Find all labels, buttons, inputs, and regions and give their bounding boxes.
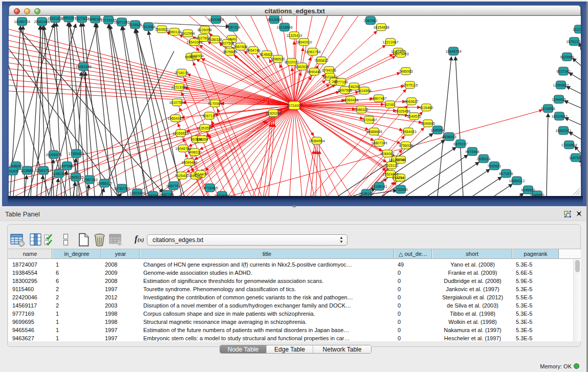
svg-text:1414479: 1414479: [193, 172, 207, 176]
svg-text:9327508: 9327508: [220, 41, 234, 45]
svg-text:10648784: 10648784: [445, 50, 461, 53]
svg-text:8454749: 8454749: [246, 49, 260, 52]
svg-text:8938923: 8938923: [442, 135, 456, 139]
svg-text:1621022: 1621022: [323, 75, 337, 79]
svg-text:16210643: 16210643: [551, 115, 567, 118]
svg-text:9214: 9214: [396, 176, 404, 180]
svg-text:98746: 98746: [396, 158, 406, 162]
svg-text:746266: 746266: [348, 85, 360, 89]
svg-text:6497568: 6497568: [338, 89, 352, 92]
svg-text:18099489: 18099489: [181, 161, 197, 164]
svg-text:7357224: 7357224: [226, 26, 240, 29]
svg-text:7955812: 7955812: [314, 59, 328, 62]
svg-text:9115460: 9115460: [420, 106, 433, 110]
svg-text:11325419: 11325419: [287, 34, 302, 37]
svg-text:15720407: 15720407: [361, 118, 377, 122]
svg-text:25053346: 25053346: [75, 65, 91, 69]
svg-text:18724007: 18724007: [286, 104, 302, 107]
svg-text:9756928: 9756928: [399, 144, 412, 147]
svg-text:9227342: 9227342: [556, 70, 570, 73]
svg-text:9777169: 9777169: [334, 80, 347, 84]
svg-text:16782759: 16782759: [114, 187, 129, 190]
svg-text:15716486: 15716486: [214, 194, 230, 196]
svg-text:8990448: 8990448: [307, 70, 321, 74]
svg-text:12213967: 12213967: [382, 40, 398, 44]
svg-text:20206576: 20206576: [46, 153, 61, 157]
svg-text:3624554: 3624554: [357, 89, 371, 93]
svg-text:1527602: 1527602: [75, 17, 89, 20]
svg-text:7485063: 7485063: [399, 70, 412, 73]
svg-text:15751074: 15751074: [566, 40, 581, 43]
svg-text:19218506: 19218506: [276, 26, 292, 29]
svg-text:16033809: 16033809: [208, 18, 224, 21]
svg-text:2087682: 2087682: [363, 19, 377, 23]
svg-text:8186328: 8186328: [208, 38, 222, 41]
svg-text:1115681: 1115681: [20, 169, 34, 172]
svg-text:19654935: 19654935: [167, 117, 183, 120]
svg-text:1145194: 1145194: [52, 172, 66, 176]
svg-text:391539: 391539: [9, 169, 19, 173]
svg-text:9245652: 9245652: [521, 188, 535, 192]
svg-text:12923446: 12923446: [129, 191, 145, 195]
svg-text:6794028: 6794028: [322, 69, 336, 72]
svg-text:16154838: 16154838: [373, 26, 389, 29]
svg-text:6879197: 6879197: [453, 142, 467, 146]
svg-text:1546: 1546: [228, 37, 236, 41]
svg-text:8215958: 8215958: [541, 107, 555, 111]
svg-text:12213389: 12213389: [171, 85, 187, 89]
svg-text:1498220: 1498220: [187, 150, 201, 154]
svg-text:10046788: 10046788: [175, 147, 191, 150]
svg-text:838354: 838354: [196, 138, 208, 141]
svg-text:9146821: 9146821: [259, 53, 273, 56]
svg-text:9457790: 9457790: [160, 193, 173, 196]
svg-text:2367608: 2367608: [233, 45, 247, 49]
svg-text:7663822: 7663822: [155, 28, 168, 31]
svg-text:8226058: 8226058: [198, 28, 211, 32]
svg-text:19384554: 19384554: [309, 139, 324, 143]
svg-text:12942757: 12942757: [35, 169, 51, 172]
svg-text:18640910: 18640910: [296, 40, 312, 44]
svg-text:1640954: 1640954: [430, 128, 444, 132]
svg-text:2718176: 2718176: [175, 71, 188, 75]
svg-text:19166825: 19166825: [172, 132, 188, 135]
svg-text:9084067: 9084067: [380, 152, 394, 156]
svg-text:1615132: 1615132: [384, 164, 398, 167]
svg-text:8471676: 8471676: [499, 172, 513, 176]
svg-text:8813054: 8813054: [267, 18, 281, 21]
svg-text:9474444: 9474444: [465, 150, 479, 154]
svg-text:19654923: 19654923: [400, 130, 416, 134]
svg-text:1362615: 1362615: [295, 65, 309, 69]
svg-text:10973493: 10973493: [393, 52, 408, 56]
svg-text:8912954: 8912954: [181, 32, 194, 35]
svg-text:12975115: 12975115: [402, 83, 418, 87]
svg-text:10961758: 10961758: [304, 50, 320, 54]
svg-text:3875685: 3875685: [223, 50, 236, 54]
svg-text:8245652: 8245652: [530, 193, 544, 196]
svg-text:10653267: 10653267: [60, 16, 76, 20]
svg-text:1549575: 1549575: [407, 115, 421, 118]
svg-text:17957253: 17957253: [81, 178, 97, 182]
svg-text:17016504: 17016504: [561, 143, 577, 147]
svg-text:16543362: 16543362: [186, 40, 202, 44]
svg-text:7986322: 7986322: [354, 108, 368, 112]
svg-text:9699695: 9699695: [421, 122, 434, 125]
svg-text:9329966: 9329966: [560, 55, 574, 59]
svg-text:7515526: 7515526: [128, 23, 142, 27]
svg-text:1588520: 1588520: [271, 57, 285, 61]
svg-text:10025458: 10025458: [394, 110, 410, 113]
svg-text:9170064: 9170064: [208, 102, 222, 105]
svg-text:1733426: 1733426: [394, 188, 407, 191]
svg-text:1244415: 1244415: [552, 98, 565, 101]
svg-text:1112340: 1112340: [573, 28, 581, 31]
svg-text:9457791: 9457791: [166, 184, 180, 188]
svg-text:10807487: 10807487: [371, 97, 386, 100]
svg-text:20691406: 20691406: [34, 20, 50, 24]
svg-text:16107552: 16107552: [169, 101, 185, 104]
svg-text:15692921: 15692921: [555, 129, 571, 133]
svg-text:9463627: 9463627: [404, 100, 418, 103]
svg-text:62160: 62160: [385, 103, 395, 106]
svg-text:14055724: 14055724: [14, 20, 30, 24]
svg-text:12093822: 12093822: [553, 83, 569, 87]
svg-text:9136141: 9136141: [359, 192, 373, 195]
svg-text:10654112: 10654112: [509, 179, 525, 183]
